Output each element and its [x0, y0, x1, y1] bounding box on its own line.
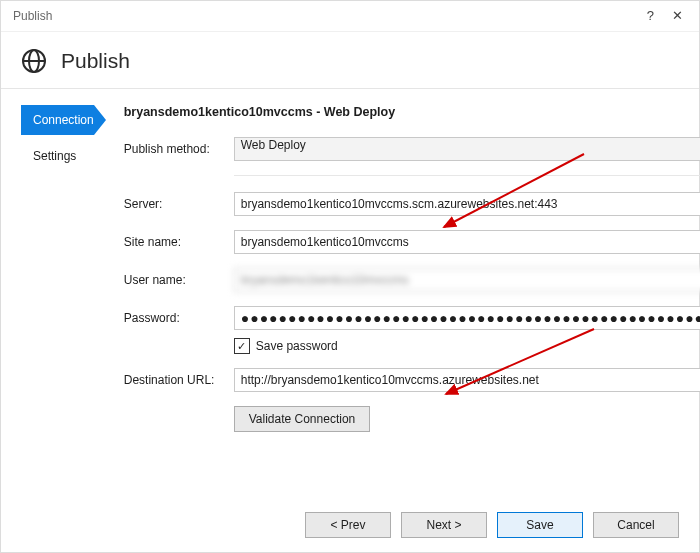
password-label: Password:: [124, 311, 234, 325]
password-input[interactable]: ●●●●●●●●●●●●●●●●●●●●●●●●●●●●●●●●●●●●●●●●…: [234, 306, 700, 330]
nav-settings[interactable]: Settings: [21, 141, 94, 171]
form-title: bryansdemo1kentico10mvccms - Web Deploy: [124, 105, 700, 119]
site-name-input[interactable]: [234, 230, 700, 254]
nav-connection[interactable]: Connection: [21, 105, 94, 135]
nav-connection-label: Connection: [33, 113, 94, 127]
site-name-label: Site name:: [124, 235, 234, 249]
publish-method-select[interactable]: Web Deploy: [234, 137, 700, 161]
server-label: Server:: [124, 197, 234, 211]
sidebar: Connection Settings: [1, 89, 94, 489]
close-icon[interactable]: ✕: [672, 1, 683, 31]
user-name-label: User name:: [124, 273, 234, 287]
header-title: Publish: [61, 49, 130, 73]
globe-icon: [21, 48, 47, 74]
destination-url-input[interactable]: [234, 368, 700, 392]
save-button[interactable]: Save: [497, 512, 583, 538]
titlebar: Publish ? ✕: [1, 1, 699, 32]
save-password-row[interactable]: ✓ Save password: [234, 338, 700, 354]
validate-connection-button[interactable]: Validate Connection: [234, 406, 371, 432]
publish-method-label: Publish method:: [124, 142, 234, 156]
cancel-button[interactable]: Cancel: [593, 512, 679, 538]
prev-button[interactable]: < Prev: [305, 512, 391, 538]
save-password-checkbox[interactable]: ✓: [234, 338, 250, 354]
content: bryansdemo1kentico10mvccms - Web Deploy …: [94, 89, 700, 489]
user-name-input[interactable]: bryansdemo1kentico10mvccms: [234, 268, 700, 292]
publish-method-value: Web Deploy: [241, 138, 306, 152]
server-input[interactable]: [234, 192, 700, 216]
annotation-arrow-2: [434, 324, 604, 407]
publish-dialog: Publish ? ✕ Publish Connection Settings: [0, 0, 700, 553]
window-title: Publish: [11, 1, 52, 31]
nav-settings-label: Settings: [33, 149, 76, 163]
footer: < Prev Next > Save Cancel: [305, 512, 679, 538]
header: Publish: [1, 32, 699, 78]
separator: [234, 175, 700, 176]
destination-url-label: Destination URL:: [124, 373, 234, 387]
svg-line-3: [444, 154, 584, 227]
help-icon[interactable]: ?: [647, 1, 654, 31]
next-button[interactable]: Next >: [401, 512, 487, 538]
save-password-label: Save password: [256, 339, 338, 353]
